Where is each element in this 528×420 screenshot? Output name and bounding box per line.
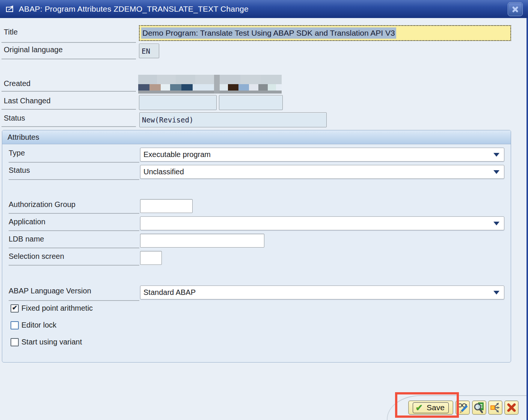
last-changed-time-field[interactable] — [219, 95, 283, 110]
application-dropdown[interactable] — [140, 216, 504, 230]
row-separator — [9, 248, 139, 248]
attr-status-label: Status — [9, 166, 30, 175]
magnifier-document-icon — [473, 402, 485, 414]
checkbox-box[interactable] — [11, 338, 19, 346]
application-label: Application — [9, 218, 45, 226]
close-icon — [511, 6, 519, 13]
row-separator — [2, 59, 136, 59]
dialog-title: ABAP: Program Attributes ZDEMO_TRANSLATE… — [19, 5, 249, 14]
where-used-button[interactable] — [488, 400, 502, 415]
title-label: Title — [4, 28, 18, 36]
last-changed-date-field[interactable] — [139, 95, 217, 110]
glasses-pencil-icon — [457, 402, 469, 414]
dropdown-arrow-icon — [493, 170, 499, 174]
row-separator — [9, 230, 139, 231]
checkbox-label: Start using variant — [21, 338, 82, 346]
row-separator — [9, 162, 139, 163]
type-dropdown[interactable]: Executable program — [140, 148, 504, 162]
checkbox-fixed-point-arithmetic[interactable]: ✔ Fixed point arithmetic — [11, 304, 93, 313]
red-x-icon — [506, 402, 517, 413]
last-changed-label: Last Changed — [4, 97, 51, 105]
checkmark-icon: ✔ — [12, 305, 17, 311]
abap-language-version-label: ABAP Language Version — [9, 287, 91, 295]
row-separator — [9, 265, 139, 266]
title-input[interactable]: Demo Program: Translate Test Using ABAP … — [139, 25, 511, 41]
dropdown-arrow-icon — [493, 153, 499, 157]
original-language-field[interactable]: EN — [139, 44, 159, 58]
checkbox-label: Editor lock — [21, 321, 56, 329]
save-button-label: Save — [427, 403, 445, 412]
dropdown-arrow-icon — [493, 291, 499, 295]
attributes-header: Attributes — [2, 130, 511, 144]
attributes-groupbox: Attributes Type Executable program Statu… — [2, 130, 511, 363]
checkbox-label: Fixed point arithmetic — [21, 304, 93, 313]
dropdown-arrow-icon — [493, 222, 499, 225]
status-label: Status — [4, 114, 25, 122]
selection-screen-label: Selection screen — [9, 252, 64, 261]
checkbox-box[interactable]: ✔ — [11, 304, 19, 313]
type-value: Executable program — [143, 150, 211, 159]
spread-arrows-icon — [489, 402, 501, 414]
row-separator — [2, 109, 136, 110]
created-label: Created — [4, 79, 30, 88]
row-separator — [2, 91, 136, 92]
green-check-icon: ✔ — [415, 403, 423, 412]
dialog-window-icon — [5, 4, 15, 14]
check-button[interactable] — [472, 400, 486, 415]
created-redacted-value — [138, 75, 282, 94]
title-input-value: Demo Program: Translate Test Using ABAP … — [141, 27, 396, 39]
original-language-label: Original language — [4, 45, 63, 54]
row-separator — [2, 42, 136, 43]
row-separator — [9, 213, 139, 214]
cancel-button[interactable] — [504, 400, 519, 415]
abap-language-version-dropdown[interactable]: Standard ABAP — [140, 286, 504, 299]
ldb-name-input[interactable] — [140, 234, 264, 248]
status-field[interactable]: New(Revised) — [139, 112, 327, 127]
abap-language-version-value: Standard ABAP — [143, 288, 196, 297]
dialog-titlebar: ABAP: Program Attributes ZDEMO_TRANSLATE… — [0, 0, 528, 18]
display-change-button[interactable] — [456, 400, 470, 415]
save-button[interactable]: ✔ Save — [408, 400, 453, 415]
type-label: Type — [9, 149, 25, 157]
selection-screen-input[interactable] — [140, 251, 162, 265]
checkbox-box[interactable] — [11, 321, 19, 329]
checkbox-start-using-variant[interactable]: Start using variant — [11, 338, 82, 346]
ldb-name-label: LDB name — [9, 235, 44, 243]
attr-status-value: Unclassified — [143, 168, 184, 176]
checkbox-editor-lock[interactable]: Editor lock — [11, 321, 56, 329]
row-separator — [2, 126, 136, 127]
close-button[interactable] — [508, 2, 523, 16]
dialog-right-border — [526, 0, 528, 420]
attr-status-dropdown[interactable]: Unclassified — [140, 165, 504, 179]
authorization-group-input[interactable] — [140, 199, 193, 213]
row-separator — [9, 300, 139, 301]
row-separator — [9, 179, 139, 180]
authorization-group-label: Authorization Group — [9, 200, 75, 209]
program-attributes-dialog: ABAP: Program Attributes ZDEMO_TRANSLATE… — [0, 0, 528, 420]
